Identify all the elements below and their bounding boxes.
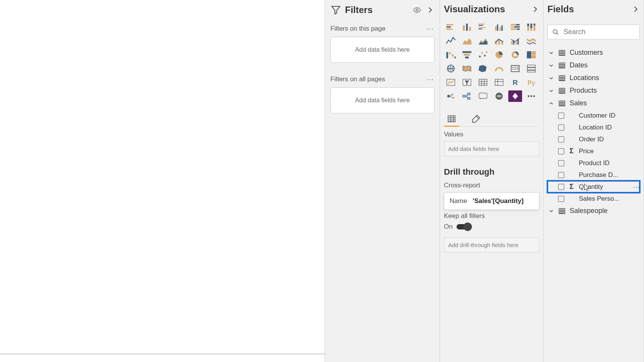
area-chart-icon[interactable] xyxy=(460,35,474,47)
r-visual-icon[interactable]: R xyxy=(508,77,522,88)
map-icon[interactable] xyxy=(444,63,458,74)
field-order-id[interactable]: ΣOrder ID xyxy=(547,133,640,145)
eye-icon[interactable] xyxy=(413,6,421,14)
field-price[interactable]: ΣPrice xyxy=(547,145,640,157)
svg-point-72 xyxy=(531,95,532,97)
field-purchase-d-[interactable]: ΣPurchase D... xyxy=(547,169,640,181)
field-sales-perso-[interactable]: ΣSales Perso... xyxy=(547,193,640,205)
table-locations[interactable]: Locations xyxy=(547,72,640,84)
svg-rect-7 xyxy=(478,24,485,25)
funnel-icon[interactable] xyxy=(460,49,474,61)
search-icon xyxy=(552,28,559,36)
keep-filters-toggle[interactable] xyxy=(457,224,471,229)
sigma-icon: Σ xyxy=(568,147,575,155)
clustered-bar-icon[interactable] xyxy=(476,21,490,33)
checkbox-icon[interactable] xyxy=(558,148,564,154)
table-dates[interactable]: Dates xyxy=(547,59,640,72)
filters-header: Filters xyxy=(330,5,434,15)
checkbox-icon[interactable] xyxy=(558,124,564,131)
field-quantity[interactable]: ΣQuantity⋯ xyxy=(547,181,640,193)
field-more-icon[interactable]: ⋯ xyxy=(633,183,641,191)
checkbox-icon[interactable] xyxy=(558,172,564,178)
qa-visual-icon[interactable] xyxy=(476,90,490,102)
svg-rect-77 xyxy=(559,63,565,68)
checkbox-icon[interactable] xyxy=(558,160,564,166)
filters-panel: Filters Filters on this page ⋯ Add data … xyxy=(325,0,440,362)
collapse-fields-icon[interactable] xyxy=(631,5,640,13)
pie-icon[interactable] xyxy=(492,49,506,61)
field-product-id[interactable]: ΣProduct ID xyxy=(547,157,640,169)
values-dropzone[interactable]: Add data fields here xyxy=(444,141,539,156)
svg-point-47 xyxy=(513,53,517,56)
checkbox-icon[interactable] xyxy=(558,184,564,190)
svg-rect-67 xyxy=(468,93,470,95)
collapse-filters-icon[interactable] xyxy=(426,6,434,14)
filters-all-dropzone[interactable]: Add data fields here xyxy=(330,87,434,113)
shape-map-icon[interactable] xyxy=(476,63,490,74)
svg-point-41 xyxy=(479,56,481,57)
treemap-icon[interactable] xyxy=(524,49,538,61)
svg-rect-6 xyxy=(469,27,471,31)
slicer-icon[interactable] xyxy=(460,77,474,88)
svg-rect-24 xyxy=(531,24,532,28)
gauge-icon[interactable] xyxy=(492,63,506,74)
values-label: Values xyxy=(444,131,539,138)
tooltip-name-label: Name xyxy=(450,197,467,205)
svg-text:R: R xyxy=(513,79,518,87)
fields-tab[interactable] xyxy=(444,111,459,126)
fields-search[interactable] xyxy=(547,25,640,39)
clustered-column-icon[interactable] xyxy=(492,21,506,33)
matrix-icon[interactable] xyxy=(492,77,506,88)
format-tab[interactable] xyxy=(468,111,484,126)
line-clustered-column-icon[interactable] xyxy=(508,35,522,47)
filters-page-more-icon[interactable]: ⋯ xyxy=(427,25,434,33)
filters-all-more-icon[interactable]: ⋯ xyxy=(427,75,434,84)
filters-all-label: Filters on all pages ⋯ xyxy=(330,75,434,84)
table-customers[interactable]: Customers xyxy=(547,46,640,59)
kpi-icon[interactable] xyxy=(444,77,458,88)
stacked-column-icon[interactable] xyxy=(460,21,474,33)
ribbon-chart-icon[interactable] xyxy=(524,35,538,47)
table-sales[interactable]: Sales xyxy=(547,97,640,110)
waterfall-icon[interactable] xyxy=(444,49,458,61)
scatter-icon[interactable] xyxy=(476,49,490,61)
field-customer-id[interactable]: ΣCustomer ID xyxy=(547,110,640,121)
card-icon[interactable]: 123 xyxy=(508,63,522,74)
python-visual-icon[interactable]: Py xyxy=(524,77,538,88)
cross-report-label: Cross-report xyxy=(444,182,539,189)
svg-rect-11 xyxy=(495,26,497,31)
table-icon[interactable] xyxy=(476,77,490,88)
svg-text:123: 123 xyxy=(512,66,519,71)
checkbox-icon[interactable] xyxy=(558,136,564,143)
search-input[interactable] xyxy=(564,28,635,36)
filled-map-icon[interactable] xyxy=(460,63,474,74)
keep-filters-state: On xyxy=(444,223,453,231)
arcgis-icon[interactable] xyxy=(492,90,506,102)
svg-point-75 xyxy=(553,29,557,33)
hundred-stacked-bar-icon[interactable] xyxy=(508,21,522,33)
table-salespeople[interactable]: Salespeople xyxy=(547,205,640,217)
stacked-bar-icon[interactable] xyxy=(444,21,458,33)
svg-rect-3 xyxy=(446,29,452,30)
more-visuals-icon[interactable] xyxy=(524,90,538,102)
svg-point-63 xyxy=(447,95,450,98)
collapse-viz-icon[interactable] xyxy=(531,5,539,13)
drill-through-dropzone[interactable]: Add drill-through fields here xyxy=(444,238,539,252)
report-canvas[interactable] xyxy=(0,0,325,362)
hundred-stacked-column-icon[interactable] xyxy=(524,21,538,33)
power-apps-icon[interactable] xyxy=(508,90,522,102)
checkbox-icon[interactable] xyxy=(558,196,564,202)
decomposition-tree-icon[interactable] xyxy=(460,90,474,102)
svg-rect-18 xyxy=(514,26,520,28)
key-influencers-icon[interactable] xyxy=(444,90,458,102)
stacked-area-icon[interactable] xyxy=(476,35,490,47)
filters-page-dropzone[interactable]: Add data fields here xyxy=(330,37,434,63)
checkbox-icon[interactable] xyxy=(558,113,564,119)
filter-icon xyxy=(330,5,341,15)
line-stacked-column-icon[interactable] xyxy=(492,35,506,47)
multi-row-card-icon[interactable] xyxy=(524,63,538,74)
line-chart-icon[interactable] xyxy=(444,35,458,47)
field-location-id[interactable]: ΣLocation ID xyxy=(547,121,640,133)
donut-icon[interactable] xyxy=(508,49,522,61)
table-products[interactable]: Products xyxy=(547,84,640,97)
